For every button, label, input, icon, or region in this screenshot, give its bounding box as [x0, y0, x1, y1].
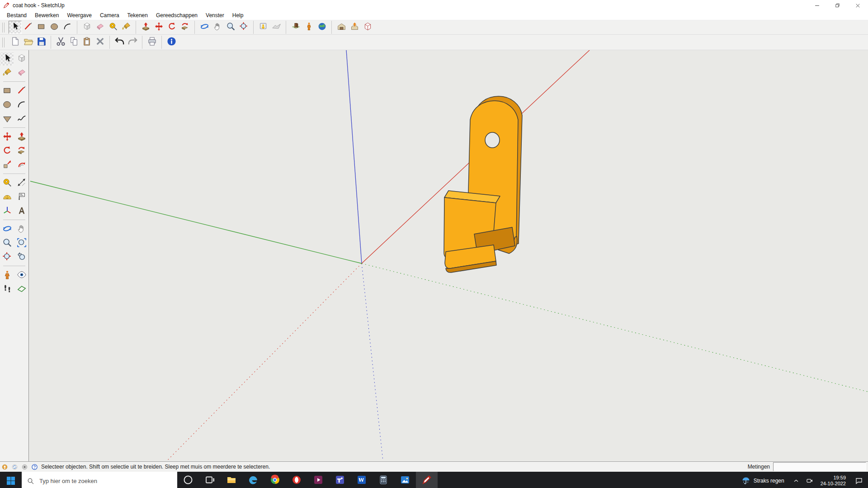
restore-button[interactable] — [827, 0, 848, 11]
photo-textures-tool-button[interactable] — [289, 21, 302, 34]
walk-tool-button[interactable] — [0, 283, 14, 296]
text-tool-button[interactable] — [15, 191, 28, 204]
offset-tool-button[interactable] — [15, 159, 28, 172]
menu-bestand[interactable]: Bestand — [3, 11, 31, 19]
circle-tool-button[interactable] — [48, 21, 61, 34]
search-input[interactable] — [38, 477, 172, 485]
select-tool-button[interactable] — [9, 21, 22, 34]
share-model-tool-button[interactable] — [348, 21, 361, 34]
3d-text-tool-button[interactable] — [15, 205, 28, 218]
circle-tool-button[interactable] — [0, 99, 14, 112]
viewport-canvas[interactable] — [29, 50, 868, 461]
section-plane-tool-button[interactable] — [15, 283, 28, 296]
line-tool-button[interactable] — [15, 84, 28, 98]
tape-measure-tool-button[interactable] — [107, 21, 120, 34]
hidden-icons-chevron[interactable] — [789, 472, 803, 488]
tape-measure-tool-button[interactable] — [0, 177, 14, 190]
toolbar-drag-handle[interactable] — [2, 38, 5, 47]
orbit-tool-button[interactable] — [0, 223, 14, 236]
add-location-tool-button[interactable] — [257, 21, 270, 34]
position-camera-tool-button[interactable] — [0, 269, 14, 282]
menu-help[interactable]: Help — [228, 11, 248, 19]
google-earth-tool-button[interactable] — [316, 21, 329, 34]
menu-bewerken[interactable]: Bewerken — [31, 11, 63, 19]
polygon-tool-button[interactable] — [0, 113, 14, 126]
push-pull-tool-button[interactable] — [139, 21, 152, 34]
measurements-input[interactable] — [773, 462, 866, 471]
rotate-tool-button[interactable] — [0, 145, 14, 158]
eraser-tool-button[interactable] — [94, 21, 107, 34]
previous-tool-button[interactable] — [15, 251, 28, 264]
coat-hook-model[interactable] — [444, 96, 522, 272]
preview-in-google-earth-tool-button[interactable] — [302, 21, 316, 34]
rectangle-tool-button[interactable] — [35, 21, 48, 34]
follow-me-tool-button[interactable] — [179, 21, 192, 34]
zoom-extents-tool-button[interactable] — [0, 251, 14, 264]
weather-widget[interactable]: Straks regen — [736, 472, 789, 488]
axes-tool-button[interactable] — [0, 205, 14, 218]
model-info-tool-button[interactable] — [165, 36, 178, 49]
arc-tool-button[interactable] — [15, 99, 28, 112]
taskbar-app-opera[interactable] — [286, 472, 307, 488]
toolbar-drag-handle[interactable] — [2, 23, 5, 33]
orbit-tool-button[interactable] — [198, 21, 211, 34]
print-tool-button[interactable] — [146, 36, 159, 49]
undo-tool-button[interactable] — [113, 36, 126, 49]
start-button[interactable] — [0, 472, 22, 488]
menu-venster[interactable]: Venster — [202, 11, 228, 19]
copy-tool-button[interactable] — [67, 36, 80, 49]
taskbar-app-word[interactable] — [351, 472, 373, 488]
credit-icon[interactable] — [11, 464, 18, 470]
get-models-tool-button[interactable] — [335, 21, 348, 34]
move-tool-button[interactable] — [0, 131, 14, 144]
zoom-tool-button[interactable] — [224, 21, 237, 34]
pan-tool-button[interactable] — [15, 223, 28, 236]
paint-bucket-tool-button[interactable] — [0, 66, 14, 80]
zoom-extents-tool-button[interactable] — [237, 21, 250, 34]
rotate-tool-button[interactable] — [165, 21, 179, 34]
rectangle-tool-button[interactable] — [0, 84, 14, 98]
make-component-tool-button[interactable] — [15, 52, 28, 66]
menu-gereedschappen[interactable]: Gereedschappen — [152, 11, 202, 19]
make-component-tool-button[interactable] — [80, 21, 94, 34]
pan-tool-button[interactable] — [211, 21, 224, 34]
taskbar-app-sketchup[interactable] — [416, 472, 438, 488]
cut-tool-button[interactable] — [54, 36, 67, 49]
paste-tool-button[interactable] — [80, 36, 94, 49]
menu-tekenen[interactable]: Tekenen — [123, 11, 152, 19]
open-tool-button[interactable] — [22, 36, 35, 49]
push-pull-tool-button[interactable] — [15, 131, 28, 144]
follow-me-tool-button[interactable] — [15, 145, 28, 158]
line-tool-button[interactable] — [22, 21, 35, 34]
action-center-button[interactable] — [850, 472, 868, 488]
help-icon[interactable] — [31, 464, 38, 470]
select-tool-button[interactable] — [0, 52, 14, 66]
taskbar-search[interactable] — [22, 472, 177, 488]
taskbar-app-chrome[interactable] — [264, 472, 286, 488]
taskbar-app-edge[interactable] — [242, 472, 264, 488]
menu-weergave[interactable]: Weergave — [63, 11, 95, 19]
taskbar-clock[interactable]: 19:59 24-10-2022 — [816, 472, 850, 488]
geolocation-icon[interactable] — [1, 464, 8, 470]
extension-warehouse-tool-button[interactable] — [361, 21, 374, 34]
taskbar-app-teams[interactable] — [329, 472, 351, 488]
close-button[interactable] — [848, 0, 868, 11]
3d-viewport[interactable] — [29, 50, 868, 461]
scale-tool-button[interactable] — [0, 159, 14, 172]
redo-tool-button[interactable] — [126, 36, 139, 49]
cortana-button[interactable] — [177, 472, 199, 488]
new-tool-button[interactable] — [9, 36, 22, 49]
eraser-tool-button[interactable] — [15, 66, 28, 80]
taskbar-app-calculator[interactable] — [373, 472, 394, 488]
task-view-button[interactable] — [199, 472, 221, 488]
zoom-tool-button[interactable] — [0, 237, 14, 250]
toggle-terrain-tool-button[interactable] — [270, 21, 283, 34]
meet-now-button[interactable] — [803, 472, 816, 488]
move-tool-button[interactable] — [152, 21, 165, 34]
taskbar-app-photos[interactable] — [394, 472, 416, 488]
taskbar-app-file-explorer[interactable] — [221, 472, 242, 488]
paint-bucket-tool-button[interactable] — [120, 21, 133, 34]
dimension-tool-button[interactable] — [15, 177, 28, 190]
taskbar-app-media-player[interactable] — [307, 472, 329, 488]
save-tool-button[interactable] — [35, 36, 48, 49]
